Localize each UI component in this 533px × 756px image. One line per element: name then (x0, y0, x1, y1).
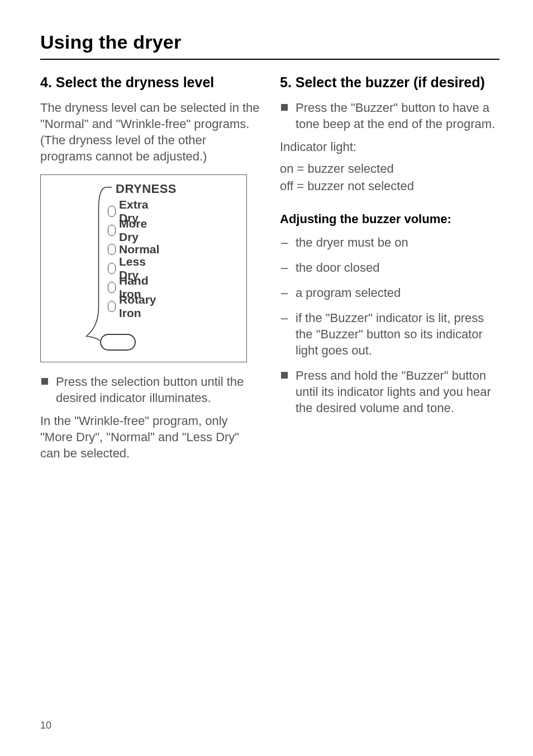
dryness-option-label: More Dry (119, 217, 159, 244)
indicator-on-text: on = buzzer selected (280, 160, 499, 177)
dryness-instruction-bullet: Press the selection button until the des… (40, 374, 260, 406)
dryness-option: More Dry (108, 221, 159, 240)
led-indicator-icon (108, 263, 116, 274)
title-rule (40, 59, 499, 60)
dryness-option: Rotary Iron (108, 297, 159, 316)
dryness-outro-text: In the "Wrinkle-free" program, only "Mor… (40, 413, 260, 461)
led-indicator-icon (108, 244, 116, 255)
dryness-figure: DRYNESS Extra Dry More Dry Normal (40, 174, 247, 362)
buzzer-volume-step: if the "Buzzer" indicator is lit, press … (280, 310, 499, 358)
buzzer-volume-step: the door closed (280, 259, 499, 276)
dryness-panel-title: DRYNESS (116, 182, 177, 196)
dryness-led-column: Extra Dry More Dry Normal Less Dry (108, 202, 159, 316)
section-heading-dryness: 4. Select the dryness level (40, 74, 260, 91)
selection-button-icon (100, 334, 136, 351)
right-column: 5. Select the buzzer (if desired) Press … (280, 74, 499, 471)
led-indicator-icon (108, 282, 116, 293)
dryness-option-label: Normal (119, 243, 159, 256)
indicator-light-label: Indicator light: (280, 139, 499, 155)
buzzer-volume-hold-bullet: Press and hold the "Buzzer" button until… (280, 367, 499, 416)
section-heading-buzzer: 5. Select the buzzer (if desired) (280, 74, 499, 91)
dryness-option-label: Rotary Iron (119, 293, 159, 320)
buzzer-volume-step: a program selected (280, 285, 499, 301)
page-title: Using the dryer (40, 31, 499, 53)
led-indicator-icon (108, 301, 116, 312)
left-column: 4. Select the dryness level The dryness … (40, 74, 260, 471)
indicator-off-text: off = buzzer not selected (280, 178, 499, 194)
led-indicator-icon (108, 206, 116, 217)
page-number: 10 (40, 720, 51, 731)
led-indicator-icon (108, 225, 116, 236)
buzzer-volume-heading: Adjusting the buzzer volume: (280, 212, 499, 226)
dryness-intro-text: The dryness level can be selected in the… (40, 100, 260, 164)
buzzer-volume-step: the dryer must be on (280, 234, 499, 251)
buzzer-instruction-bullet: Press the "Buzzer" button to have a tone… (280, 100, 499, 132)
